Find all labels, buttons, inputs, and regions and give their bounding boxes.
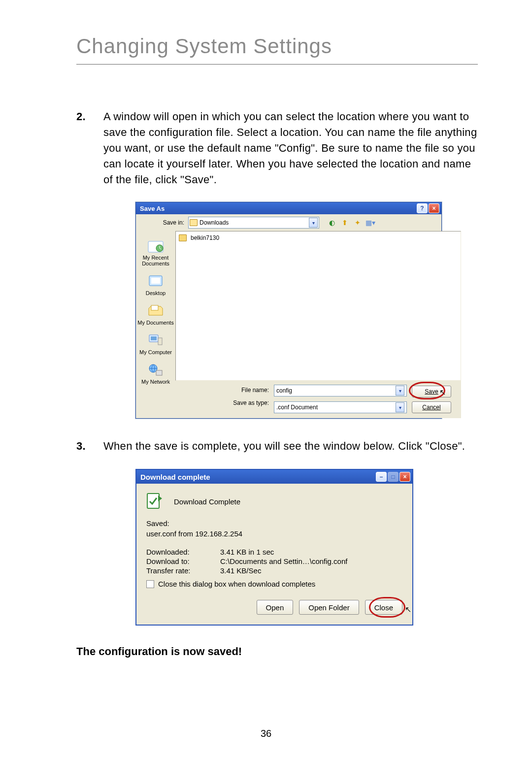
place-mynet[interactable]: My Network: [136, 359, 175, 388]
svg-rect-6: [151, 336, 157, 340]
saveastype-value: .conf Document: [276, 404, 396, 411]
up-one-level-icon[interactable]: ⬆: [340, 218, 350, 228]
place-mynet-label: My Network: [141, 379, 170, 385]
place-desktop-label: Desktop: [146, 290, 166, 296]
rate-label: Transfer rate:: [146, 566, 220, 575]
chevron-down-icon[interactable]: ▾: [309, 218, 318, 228]
new-folder-icon[interactable]: ✦: [353, 218, 363, 228]
download-complete-icon: [146, 493, 164, 510]
step-3-number: 3.: [76, 438, 103, 454]
svg-rect-7: [158, 338, 162, 345]
places-bar: My Recent Documents Desktop My Documents: [136, 231, 175, 418]
step-3-text: When the save is complete, you will see …: [103, 438, 478, 454]
rate-value: 3.41 KB/Sec: [220, 566, 261, 575]
configuration-saved-text: The configuration is now saved!: [76, 645, 478, 658]
place-desktop[interactable]: Desktop: [136, 270, 175, 299]
chevron-down-icon[interactable]: ▾: [396, 402, 404, 412]
download-title: Download complete: [138, 473, 210, 481]
file-list[interactable]: belkin7130: [175, 231, 461, 381]
filename-value: config: [276, 387, 396, 394]
close-button[interactable]: ×: [429, 203, 439, 213]
maximize-button[interactable]: □: [388, 472, 399, 482]
step-2-number: 2.: [76, 109, 103, 187]
close-button[interactable]: ×: [399, 472, 410, 482]
cursor-icon: ↖: [439, 388, 446, 397]
svg-rect-3: [151, 278, 160, 284]
open-button[interactable]: Open: [257, 600, 294, 615]
saved-label: Saved:: [146, 519, 402, 528]
open-folder-button[interactable]: Open Folder: [299, 600, 359, 615]
close-dialog-button[interactable]: Close: [365, 600, 402, 615]
place-recent[interactable]: My Recent Documents: [136, 235, 175, 269]
svg-rect-4: [151, 305, 158, 310]
computer-icon: [147, 332, 165, 348]
documents-icon: [147, 303, 165, 319]
page-heading: Changing System Settings: [76, 34, 478, 65]
saveastype-label: Save as type:: [233, 399, 269, 406]
minimize-button[interactable]: –: [376, 472, 387, 482]
folder-icon: [179, 234, 187, 241]
saved-value: user.conf from 192.168.2.254: [146, 529, 402, 538]
save-in-label: Save in:: [140, 219, 184, 226]
place-recent-label: My Recent Documents: [136, 255, 175, 266]
place-mycomp-label: My Computer: [139, 349, 172, 355]
file-name: belkin7130: [191, 234, 219, 241]
download-complete-dialog: Download complete – □ × Download Complet…: [135, 469, 413, 626]
place-mycomp[interactable]: My Computer: [136, 330, 175, 358]
save-in-value: Downloads: [200, 219, 309, 226]
back-icon[interactable]: ◐: [327, 218, 337, 228]
download-titlebar: Download complete – □ ×: [136, 470, 412, 484]
svg-rect-9: [156, 370, 162, 375]
save-as-title: Save As: [138, 205, 165, 212]
save-in-row: Save in: Downloads ▾ ◐ ⬆ ✦ ▦▾: [136, 214, 441, 231]
downloadto-label: Download to:: [146, 557, 220, 565]
svg-rect-10: [147, 494, 159, 508]
download-header: Download Complete: [174, 497, 240, 506]
downloaded-label: Downloaded:: [146, 548, 220, 556]
step-3: 3. When the save is complete, you will s…: [76, 438, 478, 454]
recent-icon: [147, 238, 165, 254]
save-as-dialog: Save As ? × Save in: Downloads ▾ ◐ ⬆ ✦ ▦…: [135, 202, 442, 419]
place-mydocs-label: My Documents: [137, 320, 173, 326]
cursor-icon: ↖: [405, 605, 411, 614]
chevron-down-icon[interactable]: ▾: [396, 386, 404, 396]
filename-label: File name:: [241, 387, 269, 394]
close-on-complete-label: Close this dialog box when download comp…: [158, 580, 315, 588]
page-number: 36: [0, 728, 532, 739]
save-in-combo[interactable]: Downloads ▾: [188, 217, 319, 229]
place-mydocs[interactable]: My Documents: [136, 300, 175, 329]
network-icon: [147, 362, 165, 378]
saveastype-combo[interactable]: .conf Document ▾: [274, 401, 407, 413]
step-2: 2. A window will open in which you can s…: [76, 109, 478, 187]
folder-open-icon: [190, 219, 198, 226]
step-2-text: A window will open in which you can sele…: [103, 109, 478, 187]
save-as-titlebar: Save As ? ×: [136, 202, 441, 214]
downloaded-value: 3.41 KB in 1 sec: [220, 548, 274, 556]
file-item[interactable]: belkin7130: [179, 234, 458, 241]
views-icon[interactable]: ▦▾: [366, 218, 375, 228]
cancel-button[interactable]: Cancel: [412, 401, 451, 413]
desktop-icon: [147, 273, 165, 289]
close-on-complete-checkbox[interactable]: [146, 580, 154, 588]
downloadto-value: C:\Documents and Settin…\config.conf: [220, 557, 347, 565]
filename-input[interactable]: config ▾: [274, 385, 407, 396]
help-button[interactable]: ?: [417, 203, 428, 213]
